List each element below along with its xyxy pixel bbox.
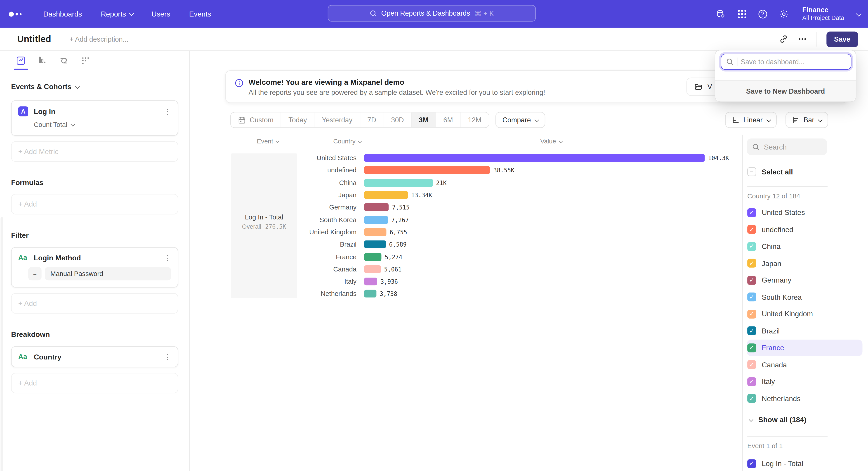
select-all-checkbox[interactable]: − [747,168,756,176]
add-breakdown-button[interactable]: + Add [11,373,178,393]
legend-row-france[interactable]: ✓France [747,339,863,356]
nav-item-users[interactable]: Users [151,10,170,18]
filter-property-name[interactable]: Login Method [34,254,164,262]
legend-row-united-kingdom[interactable]: ✓United Kingdom [747,306,863,323]
kebab-menu-icon[interactable]: ⋮ [164,254,171,261]
legend-row-italy[interactable]: ✓Italy [747,373,863,390]
kebab-menu-icon[interactable]: ⋮ [164,353,171,360]
compare-button[interactable]: Compare [495,112,545,128]
settings-gear-icon[interactable] [779,9,789,19]
country-checkbox[interactable]: ✓ [747,242,756,251]
bar-united-kingdom[interactable] [364,228,386,236]
tab-retention[interactable] [81,56,90,65]
breakdown-property-name[interactable]: Country [34,353,164,361]
country-checkbox[interactable]: ✓ [747,293,756,301]
scrollbar[interactable] [0,217,3,471]
help-icon[interactable] [758,9,768,19]
date-range-7d[interactable]: 7D [360,112,384,127]
date-range-3m[interactable]: 3M [412,112,436,127]
legend-row-netherlands[interactable]: ✓Netherlands [747,390,863,407]
date-range-6m[interactable]: 6M [436,112,461,127]
copy-link-icon[interactable] [779,34,788,44]
data-management-icon[interactable] [716,9,726,19]
country-checkbox[interactable]: ✓ [747,344,756,352]
bar-netherlands[interactable] [364,290,376,298]
column-header-event[interactable]: Event [257,138,279,145]
add-metric-button[interactable]: + Add Metric [11,141,178,162]
legend-row-japan[interactable]: ✓Japan [747,255,863,272]
country-checkbox[interactable]: ✓ [747,326,756,335]
metric-card[interactable]: A Log In ⋮ Count Total [11,100,178,136]
country-checkbox[interactable]: ✓ [747,259,756,268]
project-switcher[interactable]: Finance All Project Data [802,6,844,21]
events-cohorts-section-header[interactable]: Events & Cohorts [11,83,178,91]
bar-germany[interactable] [364,204,389,211]
bar-canada[interactable] [364,265,381,273]
nav-item-events[interactable]: Events [189,10,211,18]
column-header-country[interactable]: Country [333,138,361,145]
filter-card[interactable]: Aa Login Method ⋮ = Manual Password [11,247,178,288]
date-range-12m[interactable]: 12M [461,112,489,127]
apps-grid-icon[interactable] [737,9,747,19]
legend-row-south-korea[interactable]: ✓South Korea [747,289,863,306]
nav-item-reports[interactable]: Reports [101,10,133,18]
add-description-button[interactable]: + Add description... [69,35,128,43]
kebab-menu-icon[interactable]: ⋮ [164,108,171,115]
bar-category-label: United States [297,154,364,162]
global-search-button[interactable]: Open Reports & Dashboards ⌘ + K [328,5,536,22]
bar-france[interactable] [364,253,381,261]
date-range-today[interactable]: Today [281,112,315,127]
legend-row-brazil[interactable]: ✓Brazil [747,322,863,339]
country-checkbox[interactable]: ✓ [747,377,756,386]
bar-united-states[interactable] [364,154,705,162]
country-checkbox[interactable]: ✓ [747,225,756,234]
column-header-value[interactable]: Value [540,138,561,145]
save-dashboard-search-input[interactable]: Save to dashboard... [721,54,851,70]
report-title[interactable]: Untitled [17,34,51,45]
date-range-30d[interactable]: 30D [384,112,412,127]
save-button[interactable]: Save [827,31,858,47]
bar-undefined[interactable] [364,167,490,174]
metric-event-name[interactable]: Log In [34,107,164,116]
more-options-icon[interactable] [798,34,807,44]
add-formula-button[interactable]: + Add [11,194,178,214]
formulas-section-header: Formulas [11,178,178,187]
bar-italy[interactable] [364,277,377,285]
bar-south-korea[interactable] [364,216,388,224]
bar-value-label: 3,936 [380,278,398,285]
tab-flows[interactable] [59,56,69,65]
filter-value-selector[interactable]: Manual Password [45,267,171,280]
select-all-row[interactable]: − Select all [747,163,863,180]
nav-item-dashboards[interactable]: Dashboards [43,10,82,18]
date-range-yesterday[interactable]: Yesterday [315,112,360,127]
legend-row-undefined[interactable]: ✓undefined [747,221,863,238]
tab-insights[interactable] [16,56,26,65]
country-checkbox[interactable]: ✓ [747,208,756,217]
mixpanel-logo-icon[interactable] [9,11,28,16]
event-legend-row[interactable]: ✓ Log In - Total [747,455,863,471]
scale-type-selector[interactable]: Linear [725,112,776,128]
bar-japan[interactable] [364,191,408,199]
country-checkbox[interactable]: ✓ [747,310,756,318]
save-to-new-dashboard-button[interactable]: Save to New Dashboard [715,80,856,101]
event-checkbox[interactable]: ✓ [747,459,756,468]
legend-row-china[interactable]: ✓China [747,238,863,255]
event-series-cell[interactable]: Log In - Total Overall 276.5K [231,153,297,298]
breakdown-card[interactable]: Aa Country ⋮ [11,346,178,367]
show-all-button[interactable]: Show all (184) [747,411,863,428]
country-checkbox[interactable]: ✓ [747,394,756,403]
bar-brazil[interactable] [364,240,385,248]
aggregation-selector[interactable]: Count Total [34,121,171,128]
legend-row-germany[interactable]: ✓Germany [747,272,863,289]
country-checkbox[interactable]: ✓ [747,360,756,369]
tab-funnels[interactable] [38,56,47,65]
filter-operator-selector[interactable]: = [28,267,41,280]
legend-row-united-states[interactable]: ✓United States [747,204,863,221]
legend-row-canada[interactable]: ✓Canada [747,356,863,373]
bar-china[interactable] [364,179,433,186]
add-filter-button[interactable]: + Add [11,293,178,314]
date-range-custom[interactable]: Custom [231,112,281,127]
legend-search-input[interactable]: Search [747,139,827,155]
chart-type-selector[interactable]: Bar [785,112,828,128]
country-checkbox[interactable]: ✓ [747,276,756,285]
